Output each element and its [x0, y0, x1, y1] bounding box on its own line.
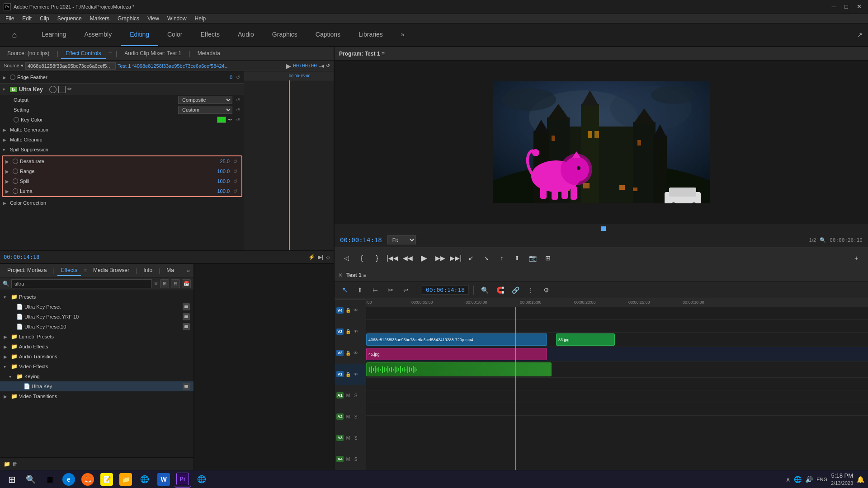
go-to-out-button[interactable]: ▶▶|	[449, 252, 462, 264]
v1-lock[interactable]: 🔒	[345, 371, 351, 377]
tl-snap[interactable]: 🧲	[494, 284, 506, 296]
step-forward-button[interactable]: ▶▶	[434, 252, 447, 264]
key-color-reset[interactable]: ↺	[234, 116, 241, 123]
tab-editing[interactable]: Editing	[121, 23, 158, 46]
effects-search-input[interactable]	[11, 279, 152, 288]
tab-effects[interactable]: Effects	[57, 265, 81, 276]
effects-tool-1[interactable]: ⊞	[160, 279, 169, 288]
ec-filter-icon[interactable]: ⚡	[308, 254, 315, 260]
tab-assembly[interactable]: Assembly	[75, 23, 121, 46]
menu-edit[interactable]: Edit	[19, 14, 35, 23]
clip-v1-45[interactable]: 45.jpg	[366, 348, 547, 360]
taskbar-edge[interactable]: e	[61, 471, 77, 488]
a1-solo[interactable]: S	[353, 392, 359, 399]
menu-file[interactable]: File	[2, 14, 18, 23]
play-button[interactable]: ▶	[417, 251, 431, 265]
a3-solo[interactable]: S	[353, 435, 359, 441]
tree-keying[interactable]: ▾ 📁 Keying	[0, 371, 193, 381]
output-reset[interactable]: ↺	[234, 96, 241, 103]
taskbar-explorer[interactable]: 📁	[118, 471, 134, 488]
fx-pen-icon[interactable]: ✏	[67, 86, 72, 93]
source-dropdown[interactable]: 4068e81258f33ae95bc73ce6a6cef5842491...	[25, 62, 116, 70]
lift-button[interactable]: ↑	[495, 252, 508, 264]
clip-mark-in-button[interactable]: }	[371, 252, 383, 264]
export-button[interactable]: ↗	[857, 31, 863, 38]
taskbar-notepad[interactable]: 📝	[99, 471, 115, 488]
v1-eye[interactable]: 👁	[353, 371, 359, 377]
edge-feather-value[interactable]: 0	[214, 75, 232, 80]
tree-lumetri[interactable]: ▶ 📁 Lumetri Presets	[0, 332, 193, 342]
home-button[interactable]: ⌂	[5, 26, 24, 44]
ec-time-display[interactable]: 00:00:14:18	[4, 254, 39, 260]
new-folder-btn[interactable]: 📁	[4, 461, 10, 467]
menu-clip[interactable]: Clip	[36, 14, 53, 23]
spill-reset[interactable]: ↺	[231, 178, 239, 185]
track-v2-content[interactable]: 4068e81258f33ae95bc73ce6a6cef5842419288-…	[366, 333, 868, 347]
luma-value[interactable]: 100.0	[212, 188, 230, 194]
taskbar-word[interactable]: W	[156, 471, 172, 488]
maximize-button[interactable]: □	[841, 2, 852, 11]
a2-solo[interactable]: S	[353, 413, 359, 420]
ec-timecode[interactable]: 00:00:00	[293, 63, 317, 69]
tl-slip[interactable]: ⇌	[400, 284, 412, 296]
ec-play-forward[interactable]: ▶	[286, 62, 291, 70]
effects-tool-3[interactable]: 📅	[182, 279, 191, 288]
search-clear-button[interactable]: ✕	[154, 281, 158, 287]
program-timeline-bar[interactable]	[335, 224, 868, 233]
a1-button[interactable]: A1	[336, 392, 344, 399]
clip-audio-wave[interactable]	[366, 362, 552, 376]
tree-audio-transitions[interactable]: ▶ 📁 Audio Transitions	[0, 352, 193, 361]
tab-color[interactable]: Color	[158, 23, 191, 46]
tab-media-browser[interactable]: Media Browser	[90, 265, 133, 276]
track-v3-content[interactable]	[366, 320, 868, 332]
close-button[interactable]: ✕	[854, 2, 864, 11]
v2-eye[interactable]: 👁	[353, 350, 359, 356]
zoom-icon[interactable]: 🔍	[820, 237, 826, 243]
track-a2-content[interactable]	[366, 378, 868, 390]
menu-graphics[interactable]: Graphics	[114, 14, 143, 23]
desaturate-value[interactable]: 25.0	[212, 159, 230, 164]
task-view-button[interactable]: ▦	[42, 471, 58, 488]
menu-view[interactable]: View	[144, 14, 163, 23]
track-a3-content[interactable]	[366, 390, 868, 403]
btn-unknown[interactable]: ⊞	[542, 252, 554, 264]
tab-effects[interactable]: Effects	[191, 23, 229, 46]
fx-shape-circle[interactable]	[49, 86, 57, 93]
tab-libraries[interactable]: Libraries	[349, 23, 392, 46]
v2-lock[interactable]: 🔒	[345, 350, 351, 356]
overwrite-button[interactable]: ↘	[480, 252, 493, 264]
tree-ultra-key[interactable]: 📄 Ultra Key	[0, 381, 193, 391]
taskbar-network[interactable]: 🌐	[794, 476, 802, 483]
track-a4-content[interactable]	[366, 403, 868, 415]
effects-tool-2[interactable]: ⊟	[171, 279, 180, 288]
ec-reset[interactable]: ↺	[326, 63, 330, 69]
taskbar-chevron[interactable]: ∧	[786, 476, 790, 483]
spill-value[interactable]: 100.0	[212, 178, 230, 184]
v4-lock[interactable]: 🔒	[345, 307, 351, 314]
tl-settings[interactable]: ⚙	[540, 284, 552, 296]
tab-audio[interactable]: Audio	[229, 23, 263, 46]
menu-sequence[interactable]: Sequence	[54, 14, 85, 23]
menu-window[interactable]: Window	[164, 14, 190, 23]
v4-button[interactable]: V4	[336, 307, 344, 314]
menu-help[interactable]: Help	[191, 14, 210, 23]
fx-shape-square[interactable]	[58, 86, 66, 93]
extract-button[interactable]: ⬆	[511, 252, 524, 264]
timeline-close-icon[interactable]: ✕	[338, 272, 343, 278]
tab-project[interactable]: Project: Morteza	[4, 265, 50, 276]
tab-metadata[interactable]: Metadata	[193, 48, 225, 59]
effects-panel-more[interactable]: »	[187, 267, 190, 274]
edge-feather-reset[interactable]: ↺	[234, 74, 241, 81]
tl-select-tool[interactable]: ↖	[338, 284, 351, 296]
insert-button[interactable]: ↙	[465, 252, 477, 264]
setting-reset[interactable]: ↺	[234, 106, 241, 113]
tab-captions[interactable]: Captions	[307, 23, 349, 46]
tl-add-marker[interactable]: ⋮	[524, 284, 537, 296]
v4-eye[interactable]: 👁	[353, 307, 359, 314]
taskbar-notifications[interactable]: 🔔	[857, 476, 864, 483]
clip-img-33[interactable]: 33.jpg	[556, 333, 615, 346]
clip-video-main[interactable]: 4068e81258f33ae95bc73ce6a6cef5842419288-…	[366, 333, 547, 346]
tree-ultra-key-preset[interactable]: 📄 Ultra Key Preset	[0, 302, 193, 312]
a2-button[interactable]: A2	[336, 413, 344, 420]
tl-zoom-out[interactable]: 🔍	[478, 284, 491, 296]
